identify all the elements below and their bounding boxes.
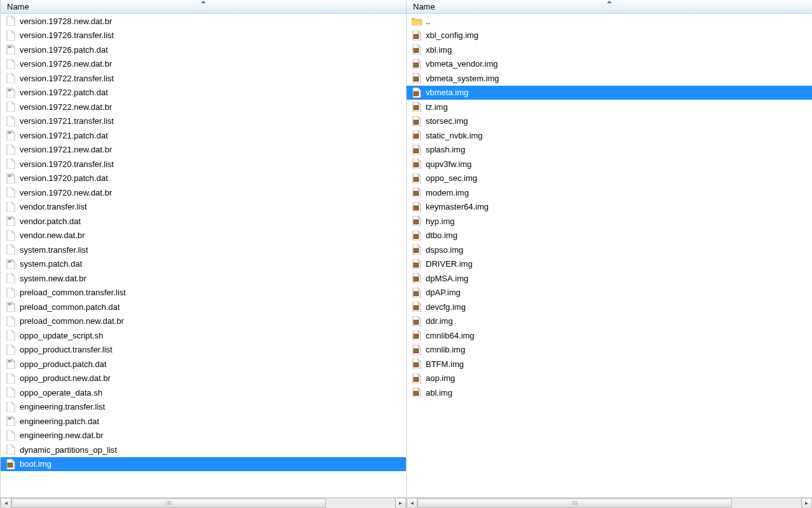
list-item[interactable]: oppo_update_script.sh: [1, 328, 406, 343]
list-item[interactable]: dspso.img: [407, 243, 812, 257]
left-column-header[interactable]: Name: [1, 0, 406, 14]
list-item[interactable]: storsec.img: [407, 114, 812, 129]
disk-image-icon: [412, 288, 422, 298]
file-name-label: dpMSA.img: [426, 274, 468, 283]
list-item[interactable]: dynamic_partitions_op_list: [1, 443, 406, 457]
list-item[interactable]: engineering.transfer.list: [1, 400, 406, 415]
file-name-label: oppo_product.transfer.list: [20, 345, 112, 354]
list-item[interactable]: version.19728.new.dat.br: [1, 14, 406, 29]
list-item[interactable]: oppo_sec.img: [407, 171, 812, 186]
list-item[interactable]: system.patch.dat: [1, 257, 406, 272]
list-item[interactable]: vbmeta.img: [407, 86, 812, 100]
list-item[interactable]: oppo_product.patch.dat: [1, 357, 406, 371]
list-item[interactable]: vbmeta_system.img: [407, 71, 812, 86]
list-item[interactable]: BTFM.img: [407, 357, 812, 371]
list-item[interactable]: version.19722.new.dat.br: [1, 100, 406, 114]
scroll-left-button[interactable]: ◄: [407, 498, 417, 509]
list-item[interactable]: tz.img: [407, 100, 812, 114]
list-item[interactable]: preload_common.patch.dat: [1, 300, 406, 314]
disk-image-icon: [412, 302, 422, 312]
list-item[interactable]: aop.img: [407, 371, 812, 386]
list-item[interactable]: version.19720.transfer.list: [1, 157, 406, 171]
list-item[interactable]: xbl.img: [407, 43, 812, 57]
file-icon: [6, 145, 16, 155]
list-item[interactable]: version.19722.transfer.list: [1, 71, 406, 86]
list-item[interactable]: ddr.img: [407, 314, 812, 329]
list-item[interactable]: version.19726.transfer.list: [1, 29, 406, 43]
file-name-label: dynamic_partitions_op_list: [20, 445, 117, 455]
left-file-list[interactable]: version.19728.new.dat.brversion.19726.tr…: [1, 14, 406, 497]
list-item[interactable]: version.19722.patch.dat: [1, 86, 406, 100]
list-item[interactable]: hyp.img: [407, 214, 812, 229]
list-item[interactable]: oppo_product.new.dat.br: [1, 371, 406, 386]
file-icon: [6, 373, 16, 384]
list-item[interactable]: static_nvbk.img: [407, 128, 812, 143]
scroll-left-button[interactable]: ◄: [1, 498, 11, 509]
file-icon: [6, 16, 16, 26]
right-column-header[interactable]: Name: [407, 0, 812, 14]
list-item[interactable]: dpAP.img: [407, 286, 812, 300]
file-name-label: version.19720.patch.dat: [20, 173, 108, 183]
list-item[interactable]: version.19721.patch.dat: [1, 128, 406, 143]
disk-image-icon: [412, 387, 422, 398]
file-name-label: modem.img: [426, 188, 469, 197]
list-item[interactable]: devcfg.img: [407, 300, 812, 314]
scroll-right-button[interactable]: ►: [801, 498, 812, 509]
scroll-track[interactable]: [11, 498, 395, 509]
file-name-label: static_nvbk.img: [426, 131, 483, 140]
list-item[interactable]: ..: [407, 14, 812, 29]
file-name-label: version.19722.transfer.list: [20, 74, 114, 83]
list-item[interactable]: version.19721.new.dat.br: [1, 143, 406, 157]
file-name-label: oppo_sec.img: [426, 173, 477, 183]
list-item[interactable]: oppo_operate_data.sh: [1, 385, 406, 400]
left-horizontal-scrollbar[interactable]: ◄ ►: [1, 497, 406, 508]
list-item[interactable]: system.new.dat.br: [1, 271, 406, 286]
list-item[interactable]: version.19720.patch.dat: [1, 171, 406, 186]
list-item[interactable]: DRIVER.img: [407, 257, 812, 272]
file-name-label: BTFM.img: [426, 359, 464, 369]
list-item[interactable]: qupv3fw.img: [407, 157, 812, 171]
list-item[interactable]: oppo_product.transfer.list: [1, 343, 406, 358]
list-item[interactable]: preload_common.transfer.list: [1, 286, 406, 300]
list-item[interactable]: boot.img: [1, 457, 406, 472]
scroll-track[interactable]: [417, 498, 801, 509]
file-icon: [6, 59, 16, 69]
list-item[interactable]: vendor.patch.dat: [1, 214, 406, 229]
list-item[interactable]: cmnlib64.img: [407, 328, 812, 343]
file-icon: [6, 102, 16, 112]
list-item[interactable]: preload_common.new.dat.br: [1, 314, 406, 329]
list-item[interactable]: engineering.patch.dat: [1, 414, 406, 429]
right-horizontal-scrollbar[interactable]: ◄ ►: [407, 497, 812, 508]
list-item[interactable]: modem.img: [407, 185, 812, 200]
list-item[interactable]: dpMSA.img: [407, 271, 812, 286]
right-file-list[interactable]: ..xbl_config.imgxbl.imgvbmeta_vendor.img…: [407, 14, 812, 497]
scroll-right-button[interactable]: ►: [395, 498, 406, 509]
scroll-thumb[interactable]: [417, 498, 732, 508]
disk-image-icon: [412, 145, 422, 155]
file-name-label: version.19722.patch.dat: [20, 88, 108, 97]
file-icon: [6, 402, 16, 412]
list-item[interactable]: splash.img: [407, 143, 812, 157]
scroll-thumb[interactable]: [11, 498, 326, 508]
list-item[interactable]: cmnlib.img: [407, 343, 812, 358]
disk-image-icon: [412, 330, 422, 340]
patch-file-icon: [6, 130, 16, 140]
file-name-label: dspso.img: [426, 245, 463, 255]
list-item[interactable]: vendor.new.dat.br: [1, 229, 406, 243]
list-item[interactable]: xbl_config.img: [407, 29, 812, 43]
list-item[interactable]: version.19720.new.dat.br: [1, 185, 406, 200]
list-item[interactable]: vendor.transfer.list: [1, 200, 406, 215]
list-item[interactable]: vbmeta_vendor.img: [407, 57, 812, 72]
list-item[interactable]: abl.img: [407, 385, 812, 400]
left-pane: Name version.19728.new.dat.brversion.197…: [0, 0, 406, 508]
list-item[interactable]: version.19726.new.dat.br: [1, 57, 406, 72]
disk-image-icon: [412, 359, 422, 369]
list-item[interactable]: keymaster64.img: [407, 200, 812, 215]
list-item[interactable]: dtbo.img: [407, 229, 812, 243]
list-item[interactable]: version.19721.transfer.list: [1, 114, 406, 129]
list-item[interactable]: engineering.new.dat.br: [1, 429, 406, 443]
list-item[interactable]: version.19726.patch.dat: [1, 43, 406, 57]
list-item[interactable]: system.transfer.list: [1, 243, 406, 257]
file-name-label: preload_common.transfer.list: [20, 288, 126, 297]
disk-image-icon: [412, 130, 422, 140]
